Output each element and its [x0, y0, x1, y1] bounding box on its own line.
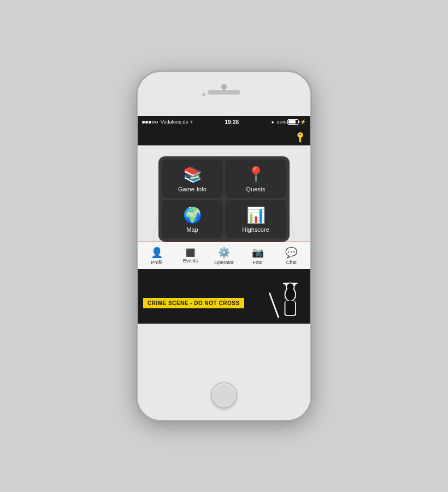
main-content: 📚 Game-Info 📍 Quests 🌍 Map 📊 Highscore [138, 145, 310, 371]
tab-chat[interactable]: 💬 Chat [274, 247, 308, 265]
signal-percent: 89% [277, 120, 286, 125]
grid-item-game-info[interactable]: 📚 Game-Info [162, 160, 223, 198]
phone-shell: Vodafone.de ⌖ 19:28 ► 89% ⚡ 🔑 [137, 71, 311, 421]
tab-events[interactable]: ⬛ Events [174, 248, 208, 263]
quests-icon: 📍 [246, 167, 266, 183]
grid-item-highscore[interactable]: 📊 Highscore [225, 200, 286, 238]
tab-operator[interactable]: ⚙️ Operator [207, 247, 241, 265]
front-camera [221, 84, 227, 90]
signal-dot-3 [149, 121, 151, 124]
carrier-label: Vodafone.de [161, 119, 188, 125]
chat-icon: 💬 [285, 247, 297, 259]
key-icon[interactable]: 🔑 [294, 130, 306, 143]
svg-point-7 [285, 288, 295, 301]
signal-dot-2 [145, 121, 148, 124]
quests-label: Quests [246, 186, 266, 192]
operator-label: Operator [214, 260, 234, 265]
speaker [208, 90, 240, 95]
svg-rect-5 [269, 292, 279, 318]
crime-banner: CRIME SCENE - DO NOT CROSS [138, 269, 310, 324]
profil-label: Profil [151, 260, 163, 265]
grid-item-quests[interactable]: 📍 Quests [225, 160, 286, 198]
grid-menu: 📚 Game-Info 📍 Quests 🌍 Map 📊 Highscore [158, 156, 290, 242]
sensor [202, 93, 205, 96]
wifi-icon: ⌖ [190, 119, 193, 125]
game-info-label: Game-Info [178, 186, 207, 192]
tab-profil[interactable]: 👤 Profil [140, 247, 174, 265]
map-label: Map [186, 226, 198, 233]
signal-dots [142, 121, 158, 124]
signal-dot-4 [152, 121, 155, 124]
game-info-icon: 📚 [183, 167, 202, 183]
events-icon: ⬛ [186, 248, 195, 257]
tab-bar: 👤 Profil ⬛ Events ⚙️ Operator 📷 Foto 💬 [138, 242, 310, 269]
battery-fill [288, 120, 296, 124]
status-right: ► 89% ⚡ [271, 119, 306, 125]
crime-scene-text: CRIME SCENE - DO NOT CROSS [143, 298, 244, 308]
tab-foto[interactable]: 📷 Foto [241, 247, 275, 265]
foto-label: Foto [253, 260, 263, 265]
signal-dot-1 [142, 121, 145, 124]
profil-icon: 👤 [151, 247, 163, 259]
top-bezel [138, 72, 310, 116]
status-bar: Vodafone.de ⌖ 19:28 ► 89% ⚡ [138, 116, 310, 128]
bottom-bezel [138, 371, 310, 420]
operator-icon: ⚙️ [218, 247, 230, 259]
chat-label: Chat [286, 260, 297, 265]
power-button[interactable] [310, 149, 311, 176]
highscore-label: Highscore [242, 226, 269, 233]
events-label: Events [183, 258, 198, 263]
foto-icon: 📷 [252, 247, 264, 259]
home-button[interactable] [211, 382, 237, 408]
status-time: 19:28 [225, 119, 239, 125]
screen: Vodafone.de ⌖ 19:28 ► 89% ⚡ 🔑 [138, 116, 310, 371]
grid-item-map[interactable]: 🌍 Map [162, 200, 223, 238]
detective-silhouette [261, 280, 305, 324]
battery-icon [287, 119, 298, 125]
signal-dot-5 [155, 121, 158, 124]
battery-tip [298, 121, 299, 124]
map-icon: 🌍 [183, 208, 202, 223]
status-left: Vodafone.de ⌖ [142, 119, 193, 125]
arrow-icon: ► [271, 120, 275, 125]
svg-rect-8 [285, 301, 295, 315]
highscore-icon: 📊 [246, 208, 266, 223]
plug-icon: ⚡ [300, 119, 306, 125]
nav-bar: 🔑 [138, 128, 310, 145]
